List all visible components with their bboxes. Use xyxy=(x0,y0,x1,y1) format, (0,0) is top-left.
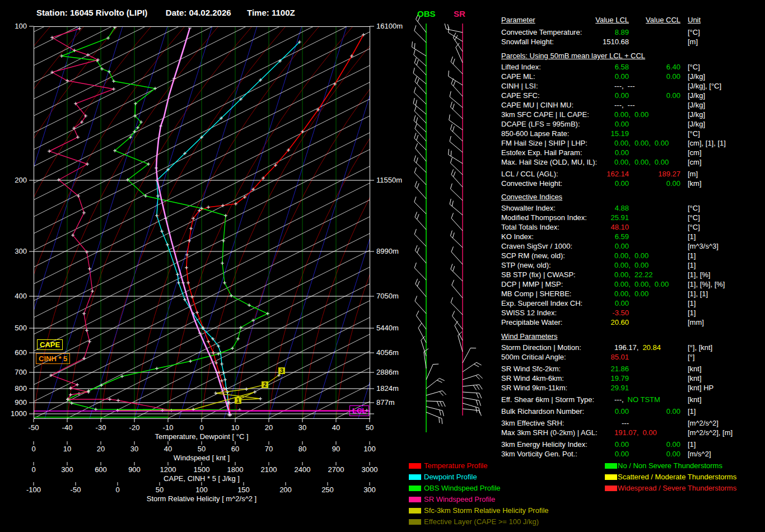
wind-barb-staff xyxy=(415,82,426,94)
wind-barb-feather xyxy=(413,68,414,73)
table-row-label: Convective Height: xyxy=(501,179,562,188)
wind-barb xyxy=(453,32,463,52)
wind-barb xyxy=(450,91,463,108)
wind-barb xyxy=(463,348,476,363)
axis-tick-label: 90 xyxy=(324,445,348,453)
height-label: 7050m xyxy=(376,292,399,300)
axis-tick-label: 20 xyxy=(88,445,113,453)
wind-barb-staff xyxy=(463,403,479,408)
data-point-cross xyxy=(177,281,180,284)
table-row-value-lcl: 1510.68 xyxy=(603,38,629,46)
table-row-value-ccl: 0.00 xyxy=(666,450,680,458)
wind-barb-feather xyxy=(479,375,483,379)
obs-wind-column xyxy=(412,14,446,432)
wind-barb-feather xyxy=(414,197,416,202)
data-point-cross xyxy=(50,71,54,74)
wind-barb-feather xyxy=(479,385,482,389)
wind-barb xyxy=(451,264,463,281)
axis-tick-label: 0 xyxy=(105,486,130,494)
table-row-label: 3km Effective SRH: xyxy=(501,419,564,427)
height-label: 11550m xyxy=(376,176,402,184)
table-row-unit: [1] xyxy=(688,407,696,416)
wind-barb xyxy=(414,25,426,43)
data-point-cross xyxy=(82,211,86,214)
wind-barb-staff xyxy=(451,175,463,187)
profile-legend-item-swatch xyxy=(409,474,421,480)
wind-barb-feather xyxy=(442,391,446,395)
table-row-unit: [1] xyxy=(688,261,696,269)
wind-barb-feather xyxy=(414,87,416,93)
value-part: 0.00 xyxy=(655,280,669,288)
wind-barb-feather xyxy=(450,91,451,97)
data-point-cross xyxy=(189,360,192,363)
wind-barb-staff xyxy=(415,301,426,314)
wind-barb-feather xyxy=(476,400,478,405)
wind-barb-feather xyxy=(416,279,418,284)
table-row-value-lcl: -3.50 xyxy=(612,309,629,317)
isotherm-line xyxy=(34,26,765,418)
wind-barb-staff xyxy=(414,268,426,280)
wind-barb-staff xyxy=(416,148,426,161)
wind-barb-feather xyxy=(414,263,416,268)
table-row-value-lcl: 0.00,0.00,0.00 xyxy=(614,280,669,288)
axis-tick-label: 30 xyxy=(290,423,315,432)
data-point-cross xyxy=(86,53,90,57)
table-section-header: Wind Parameters xyxy=(501,332,557,340)
wind-barb-feather xyxy=(454,171,456,176)
value-part: 191.07, xyxy=(614,428,638,437)
height-label: 8990m xyxy=(376,247,399,255)
value-part: 0.00, xyxy=(635,139,651,147)
wind-barb-feather xyxy=(416,157,418,163)
wind-barb-feather xyxy=(414,156,416,161)
wind-barb-staff xyxy=(450,97,463,108)
table-row-value-lcl: 162.14 xyxy=(607,170,629,178)
moist-adiabat-line xyxy=(571,26,756,418)
axis-title: Storm Relative Helicity [ m^2/s^2 ] xyxy=(78,494,325,503)
data-point-cross xyxy=(48,150,51,153)
wind-barb-feather xyxy=(449,149,449,155)
axis-tick-label: 300 xyxy=(55,465,80,474)
wind-barb xyxy=(450,124,463,141)
table-row-label: Bulk Richardson Number: xyxy=(501,407,584,416)
data-point-cross xyxy=(155,214,158,217)
table-row-label: Eff. Shear 6km | Storm Type: xyxy=(501,395,594,404)
table-row-unit: [1] xyxy=(688,440,696,449)
data-point-cross xyxy=(166,243,169,246)
profile-legend-item-label: Temperature Profile xyxy=(424,461,487,470)
value-ccl-header: Value CCL xyxy=(646,16,680,24)
tstm-legend-item-swatch xyxy=(605,474,617,480)
value-part: 0.00 xyxy=(635,110,649,119)
wind-barb xyxy=(414,133,426,150)
wind-barb xyxy=(415,123,426,141)
wind-barb-feather xyxy=(453,232,454,238)
mixing-ratio-line xyxy=(0,26,33,418)
wind-barb-staff xyxy=(416,316,426,329)
table-row-label: Craven SigSvr / 1000: xyxy=(501,242,572,250)
wind-barb-feather xyxy=(416,311,419,316)
table-row-label: Exp. Supercell Index CH: xyxy=(501,299,582,307)
data-point-cross xyxy=(214,361,218,365)
table-row-value-ccl: 0.00 xyxy=(666,179,680,188)
data-point-cross xyxy=(230,294,233,297)
cape-chart-label: CAPE xyxy=(37,339,63,350)
table-row-label: Snowfall Height: xyxy=(501,38,554,46)
axis-tick-label: -50 xyxy=(63,486,88,494)
table-row-value-ccl: 0.00 xyxy=(666,440,680,449)
table-row-label: Convective Temperature: xyxy=(501,28,582,36)
wind-barb-feather xyxy=(437,402,439,407)
wind-barb-staff xyxy=(415,217,426,230)
table-row-value-lcl: 6.58 xyxy=(615,63,629,71)
wind-barb xyxy=(414,87,426,104)
wind-barb xyxy=(463,403,480,413)
wind-barb-staff xyxy=(450,189,463,200)
pressure-label: 700 xyxy=(2,368,27,376)
data-point-cross xyxy=(120,375,124,378)
wind-barb xyxy=(450,136,463,152)
wind-barb-feather xyxy=(479,393,482,398)
wind-barb xyxy=(450,102,463,119)
wind-barb-feather xyxy=(451,57,453,62)
table-row-label: CAPE SFC: xyxy=(501,91,540,100)
table-row-value-lcl: 0.00 xyxy=(615,242,629,250)
value-part: 0.00, xyxy=(635,158,651,166)
wind-barb-feather xyxy=(437,380,442,382)
